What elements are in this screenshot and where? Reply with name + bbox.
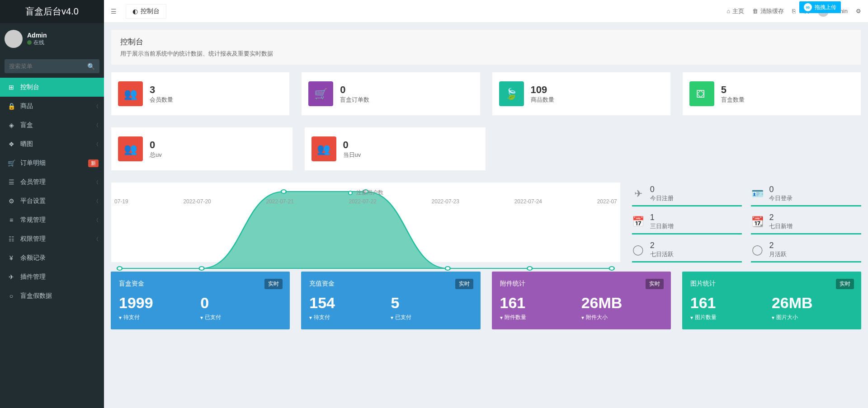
stat-num: 3 (150, 84, 173, 96)
dashboard-icon: ◐ (132, 8, 138, 15)
card-sub: ▾已支付 (200, 314, 282, 321)
menu-icon: ✈ (7, 273, 16, 281)
nav-clear-cache[interactable]: 🗑清除缓存 (752, 7, 784, 15)
stat-label: 盲盒订单数 (340, 96, 369, 104)
card-col: 26MB ▾图片大小 (772, 294, 853, 321)
chevron-left-icon: 〈 (94, 179, 99, 186)
svg-point-5 (527, 267, 532, 270)
stat-card[interactable]: 🛒 0 盲盒订单数 (301, 72, 480, 116)
stat-num: 0 (340, 84, 369, 96)
side-stat-num: 2 (769, 213, 793, 222)
sidebar-item-10[interactable]: ✈插件管理 (0, 267, 104, 286)
menu-label: 订单明细 (20, 159, 46, 167)
search-input[interactable] (5, 59, 99, 73)
menu-icon: ⊞ (7, 84, 16, 91)
sidebar-search: 🔍 (0, 55, 104, 78)
menu-icon: 🔒 (7, 103, 16, 110)
svg-point-4 (445, 267, 450, 270)
sidebar-item-1[interactable]: 🔒商品〈 (0, 97, 104, 116)
nav-home[interactable]: ⌂主页 (726, 7, 744, 15)
bullet-icon: ▾ (309, 314, 312, 321)
color-card[interactable]: 充值资金 实时 154 ▾待支付 5 ▾已支付 (301, 272, 480, 329)
sidebar-item-7[interactable]: ≡常规管理〈 (0, 211, 104, 230)
stat-card[interactable]: ⛋ 5 盲盒数量 (682, 72, 861, 116)
menu-label: 权限管理 (20, 235, 46, 243)
side-stat-icon: 📅 (632, 216, 645, 228)
stat-card[interactable]: 🍃 109 商品数量 (492, 72, 671, 116)
sidebar-item-11[interactable]: ○盲盒假数据 (0, 286, 104, 305)
menu-label: 插件管理 (20, 273, 46, 281)
side-stat-item[interactable]: 🪪 0今日登录 (751, 182, 861, 206)
side-stat-item[interactable]: ◯ 2七日活跃 (632, 238, 742, 263)
trash-icon: 🗑 (752, 8, 758, 14)
chevron-left-icon: 〈 (94, 217, 99, 224)
color-card[interactable]: 附件统计 实时 161 ▾附件数量 26MB ▾附件大小 (492, 272, 671, 329)
menu-icon: ☷ (7, 235, 16, 243)
stat-card[interactable]: 👥 0 总uv (111, 127, 293, 171)
side-stat-item[interactable]: ◯ 2月活跃 (751, 238, 861, 263)
bullet-icon: ▾ (690, 314, 693, 321)
card-num: 5 (391, 294, 472, 312)
page-header: 控制台 用于展示当前系统中的统计数据、统计报表及重要实时数据 (111, 29, 861, 65)
chevron-left-icon: 〈 (94, 103, 99, 110)
sidebar-item-6[interactable]: ⚙平台设置〈 (0, 192, 104, 211)
menu-icon: ☰ (7, 178, 16, 186)
stat-card[interactable]: 👥 3 会员数量 (111, 72, 290, 116)
card-num: 1999 (119, 294, 200, 312)
chevron-left-icon: 〈 (94, 122, 99, 129)
sidebar-item-3[interactable]: ❖晒图〈 (0, 135, 104, 154)
badge-new: 新 (88, 159, 99, 167)
card-body: 161 ▾附件数量 26MB ▾附件大小 (500, 294, 663, 321)
search-icon[interactable]: 🔍 (87, 63, 95, 70)
sidebar-item-8[interactable]: ☷权限管理〈 (0, 230, 104, 249)
side-stat-item[interactable]: ✈ 0今日注册 (632, 182, 742, 206)
nav-tool1[interactable]: ⎘ (792, 8, 796, 14)
user-name: Admin (27, 32, 47, 39)
stat-num: 5 (721, 84, 745, 96)
svg-point-0 (117, 267, 122, 270)
card-body: 1999 ▾待支付 0 ▾已支付 (119, 294, 282, 321)
color-card[interactable]: 图片统计 实时 161 ▾图片数量 26MB ▾图片大小 (682, 272, 861, 329)
side-stat-item[interactable]: 📅 1三日新增 (632, 210, 742, 234)
chart-legend: 注册用户数 (113, 189, 618, 197)
sidebar-item-4[interactable]: 🛒订单明细新 (0, 154, 104, 173)
side-stat-num: 0 (650, 185, 674, 194)
svg-point-1 (199, 267, 204, 270)
chart-box[interactable]: 注册用户数 07-192022-07-202022-07-212022-07-2… (111, 182, 621, 263)
card-col: 161 ▾附件数量 (500, 294, 581, 321)
card-sub: ▾待支付 (119, 314, 200, 321)
side-stat-num: 0 (769, 185, 793, 194)
card-sub: ▾已支付 (391, 314, 472, 321)
card-title: 充值资金 (309, 280, 472, 288)
stat-label: 商品数量 (531, 96, 554, 104)
upload-badge[interactable]: ∞ 拖拽上传 (799, 1, 841, 13)
sidebar-item-5[interactable]: ☰会员管理〈 (0, 173, 104, 192)
stat-text: 109 商品数量 (531, 84, 554, 104)
upload-icon: ∞ (804, 3, 812, 11)
menu-icon: ○ (7, 292, 16, 300)
user-avatar[interactable] (5, 30, 23, 48)
side-stat-text: 2七日活跃 (650, 241, 674, 258)
chevron-left-icon: 〈 (94, 236, 99, 243)
stat-num: 0 (150, 139, 162, 151)
mid-row: 注册用户数 07-192022-07-202022-07-212022-07-2… (111, 182, 861, 263)
svg-point-6 (609, 267, 614, 270)
menu-toggle-icon[interactable]: ☰ (111, 8, 117, 15)
side-stat-icon: 📆 (751, 216, 764, 228)
color-card[interactable]: 盲盒资金 实时 1999 ▾待支付 0 ▾已支付 (111, 272, 290, 329)
gear-icon[interactable]: ⚙ (856, 8, 861, 14)
stat-icon: 👥 (118, 81, 143, 106)
sidebar-item-0[interactable]: ⊞控制台 (0, 78, 104, 97)
tab-console[interactable]: ◐ 控制台 (126, 4, 166, 19)
side-stat-item[interactable]: 📆 2七日新增 (751, 210, 861, 234)
menu-icon: ¥ (7, 254, 16, 262)
sidebar-item-2[interactable]: ◈盲盒〈 (0, 116, 104, 135)
menu-icon: ❖ (7, 141, 16, 148)
stat-text: 0 总uv (150, 139, 162, 159)
stat-text: 5 盲盒数量 (721, 84, 745, 104)
stat-card[interactable]: 👥 0 当日uv (304, 127, 486, 171)
sidebar-item-9[interactable]: ¥余额记录 (0, 249, 104, 267)
card-col: 161 ▾图片数量 (690, 294, 772, 321)
side-stat-label: 今日登录 (769, 194, 793, 202)
bullet-icon: ▾ (500, 314, 503, 321)
